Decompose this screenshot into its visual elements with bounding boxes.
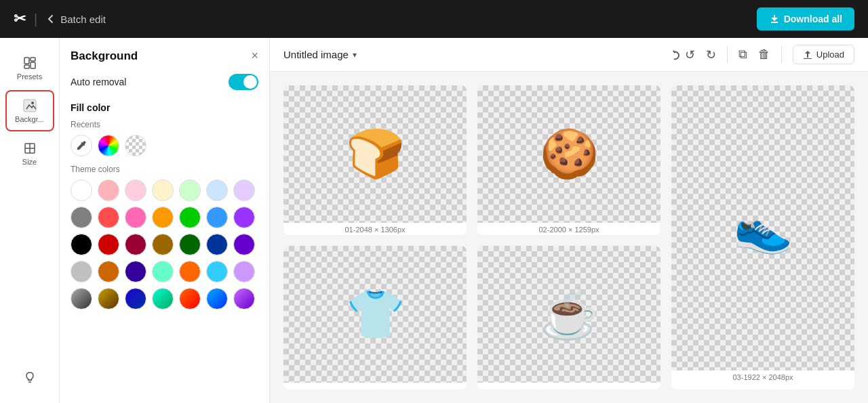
undo-icon bbox=[673, 49, 685, 61]
fill-color-title: Fill color bbox=[71, 102, 258, 113]
image-title-wrap[interactable]: Untitled image ▾ bbox=[283, 49, 357, 60]
image-card-inner-4: 👕 bbox=[283, 246, 467, 383]
color-mint[interactable] bbox=[152, 261, 174, 282]
color-black[interactable] bbox=[71, 234, 92, 255]
gradient-gold[interactable] bbox=[98, 288, 119, 310]
image-card-inner-1: 🍞 bbox=[283, 85, 467, 223]
auto-removal-label: Auto removal bbox=[71, 77, 126, 87]
color-olive[interactable] bbox=[152, 234, 174, 255]
color-brown[interactable] bbox=[98, 261, 119, 282]
color-silver[interactable] bbox=[71, 261, 92, 282]
svg-rect-1 bbox=[31, 58, 35, 61]
theme-row-3 bbox=[71, 234, 258, 255]
theme-row-1 bbox=[71, 179, 258, 201]
sidebar-item-background[interactable]: Backgr... bbox=[5, 90, 54, 131]
logo: ✂ bbox=[14, 10, 26, 28]
theme-colors-grid bbox=[71, 179, 258, 310]
image-caption-4 bbox=[283, 383, 467, 389]
svg-rect-2 bbox=[24, 65, 29, 68]
auto-removal-toggle[interactable] bbox=[229, 74, 258, 90]
sidebar-item-size[interactable]: Size bbox=[5, 134, 54, 173]
color-dark-crimson[interactable] bbox=[125, 234, 146, 255]
back-label: Batch edit bbox=[60, 14, 106, 25]
color-purple[interactable] bbox=[233, 207, 255, 228]
background-label: Backgr... bbox=[15, 115, 44, 123]
shoe-image: 👟 bbox=[671, 85, 854, 370]
panel-close-button[interactable]: × bbox=[251, 49, 258, 63]
eyedropper-button[interactable] bbox=[71, 135, 92, 156]
delete-button[interactable]: 🗑 bbox=[758, 47, 770, 62]
content-toolbar: Untitled image ▾ ↺ ↻ ⧉ 🗑 Upload bbox=[270, 38, 868, 72]
color-sky-blue[interactable] bbox=[206, 261, 228, 282]
svg-point-5 bbox=[31, 102, 34, 104]
recents-label: Recents bbox=[71, 120, 258, 129]
topbar-left: ✂ | Batch edit bbox=[14, 10, 106, 28]
toolbar-divider bbox=[727, 47, 728, 63]
gradient-gray[interactable] bbox=[71, 288, 92, 310]
color-light-purple[interactable] bbox=[233, 179, 255, 201]
main-layout: Presets Backgr... Size B bbox=[0, 38, 868, 403]
eyedropper-icon bbox=[76, 140, 87, 151]
back-button[interactable]: Batch edit bbox=[45, 14, 106, 25]
upload-icon bbox=[803, 50, 812, 60]
coffee-image: ☕ bbox=[477, 246, 660, 383]
chevron-down-icon: ▾ bbox=[353, 50, 357, 60]
theme-row-2 bbox=[71, 207, 258, 228]
image-card-4[interactable]: 👕 bbox=[283, 246, 467, 390]
image-caption-1: 01-2048 × 1306px bbox=[283, 223, 467, 235]
gradient-indigo[interactable] bbox=[125, 288, 146, 310]
upload-button[interactable]: Upload bbox=[793, 45, 854, 64]
color-red[interactable] bbox=[98, 207, 119, 228]
gradient-swatch[interactable] bbox=[98, 135, 119, 156]
color-white[interactable] bbox=[71, 179, 92, 201]
image-card-5[interactable]: ☕ bbox=[477, 246, 660, 390]
color-light-yellow[interactable] bbox=[152, 179, 174, 201]
image-card-1[interactable]: 🍞 01-2048 × 1306px bbox=[283, 85, 467, 235]
background-icon bbox=[22, 98, 37, 113]
color-hot-pink[interactable] bbox=[125, 207, 146, 228]
color-dark-blue[interactable] bbox=[206, 234, 228, 255]
redo-button[interactable]: ↻ bbox=[706, 47, 716, 62]
transparent-swatch[interactable] bbox=[125, 135, 146, 156]
sidebar-item-presets[interactable]: Presets bbox=[5, 49, 54, 87]
image-card-3[interactable]: 👟 03-1922 × 2048px bbox=[671, 85, 854, 389]
toaster-image: 🍞 bbox=[283, 85, 467, 223]
copy-button[interactable]: ⧉ bbox=[738, 47, 747, 62]
image-card-2[interactable]: 🍪 02-2000 × 1259px bbox=[477, 85, 660, 235]
gradient-blue[interactable] bbox=[206, 288, 228, 310]
topbar-divider: | bbox=[34, 12, 37, 27]
gradient-purple[interactable] bbox=[233, 288, 255, 310]
auto-removal-row: Auto removal bbox=[71, 74, 258, 90]
color-lavender[interactable] bbox=[233, 261, 255, 282]
icon-sidebar: Presets Backgr... Size bbox=[0, 38, 60, 403]
image-caption-5 bbox=[477, 383, 660, 389]
svg-rect-0 bbox=[24, 58, 29, 64]
undo-button[interactable]: ↺ bbox=[673, 47, 695, 62]
color-orange[interactable] bbox=[152, 207, 174, 228]
shirt-image: 👕 bbox=[283, 246, 467, 383]
sidebar-item-bulb[interactable] bbox=[5, 364, 54, 392]
color-blue[interactable] bbox=[206, 207, 228, 228]
gradient-teal[interactable] bbox=[152, 288, 174, 310]
color-gray[interactable] bbox=[71, 207, 92, 228]
color-dark-red[interactable] bbox=[98, 234, 119, 255]
color-indigo[interactable] bbox=[125, 261, 146, 282]
size-label: Size bbox=[22, 158, 37, 166]
size-icon bbox=[22, 141, 37, 156]
content-area: Untitled image ▾ ↺ ↻ ⧉ 🗑 Upload bbox=[270, 38, 868, 403]
image-caption-2: 02-2000 × 1259px bbox=[477, 223, 660, 235]
image-card-inner-5: ☕ bbox=[477, 246, 660, 383]
color-lighter-pink[interactable] bbox=[125, 179, 146, 201]
toolbar-divider-2 bbox=[781, 47, 782, 63]
color-light-blue[interactable] bbox=[206, 179, 228, 201]
color-green[interactable] bbox=[179, 207, 201, 228]
recents-row bbox=[71, 135, 258, 156]
color-dark-green[interactable] bbox=[179, 234, 201, 255]
gradient-red-orange[interactable] bbox=[179, 288, 201, 310]
color-dark-purple[interactable] bbox=[233, 234, 255, 255]
color-light-green[interactable] bbox=[179, 179, 201, 201]
theme-colors-label: Theme colors bbox=[71, 165, 258, 174]
download-all-button[interactable]: Download all bbox=[757, 7, 854, 30]
color-light-pink[interactable] bbox=[98, 179, 119, 201]
color-deep-orange[interactable] bbox=[179, 261, 201, 282]
